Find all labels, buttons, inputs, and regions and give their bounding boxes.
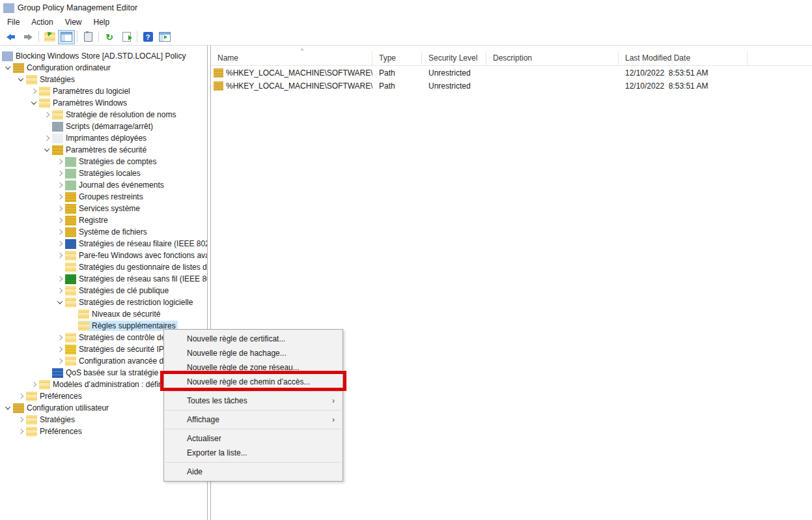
chevron-right-icon[interactable] (55, 242, 65, 246)
help-icon: ? (143, 32, 153, 42)
menu-item-new-path-rule[interactable]: Nouvelle règle de chemin d’accès... (164, 375, 343, 389)
chevron-right-icon[interactable] (55, 218, 65, 222)
chevron-right-icon[interactable] (16, 394, 26, 398)
table-row[interactable]: %HKEY_LOCAL_MACHINE\SOFTWARE\... Path Un… (211, 66, 812, 79)
printer-icon (52, 134, 63, 143)
menu-item-new-hash-rule[interactable]: Nouvelle règle de hachage... (164, 346, 343, 360)
menu-separator (165, 462, 341, 463)
chevron-right-icon[interactable] (55, 195, 65, 199)
chevron-right-icon[interactable] (29, 89, 39, 93)
tree-item-public-key[interactable]: Stratégies de clé publique (0, 285, 207, 296)
tree-item-scripts[interactable]: Scripts (démarrage/arrêt) (0, 121, 207, 132)
menu-item-new-certificate-rule[interactable]: Nouvelle règle de certificat... (164, 332, 343, 346)
toolbar: ↻ ? (0, 29, 812, 46)
menu-item-help[interactable]: Aide (164, 465, 343, 479)
back-icon (7, 34, 16, 40)
export-list-button[interactable] (118, 30, 135, 44)
chevron-right-icon[interactable] (29, 383, 39, 386)
tree-item-strategies[interactable]: Stratégies (0, 74, 207, 85)
help-button[interactable]: ? (139, 30, 156, 44)
chevron-right-icon[interactable] (55, 207, 65, 210)
menu-bar: File Action View Help (0, 16, 812, 29)
chevron-right-icon[interactable] (55, 359, 65, 363)
table-row[interactable]: %HKEY_LOCAL_MACHINE\SOFTWARE\... Path Un… (211, 79, 812, 92)
chevron-down-icon[interactable] (29, 101, 39, 105)
chevron-down-icon[interactable] (16, 78, 26, 81)
chevron-down-icon[interactable] (3, 66, 13, 70)
tree-item-software-restriction[interactable]: Stratégies de restriction logicielle (0, 296, 207, 308)
chevron-right-icon[interactable] (55, 253, 65, 257)
show-hide-console-tree-button[interactable] (58, 30, 75, 44)
column-header-last-modified[interactable]: Last Modified Date (619, 51, 748, 65)
tree-item-security-levels[interactable]: Niveaux de sécurité (0, 308, 207, 320)
chevron-right-icon[interactable] (55, 230, 65, 234)
menu-view[interactable]: View (59, 16, 88, 28)
chevron-right-icon[interactable] (16, 418, 26, 422)
show-hide-action-pane-button[interactable] (156, 30, 173, 44)
tree-item-computer-configuration[interactable]: Configuration ordinateur (0, 62, 207, 74)
chevron-right-icon[interactable] (55, 183, 65, 187)
tree-item-wired-network[interactable]: Stratégies de réseau filaire (IEEE 802.3… (0, 238, 207, 250)
chevron-right-icon[interactable] (16, 429, 26, 433)
chevron-right-icon[interactable] (55, 347, 65, 351)
column-header-security-level[interactable]: Security Level (422, 51, 486, 65)
menu-item-all-tasks[interactable]: Toutes les tâches› (164, 394, 343, 408)
chevron-right-icon[interactable] (55, 336, 65, 339)
chevron-right-icon[interactable] (55, 277, 65, 281)
properties-button[interactable] (79, 30, 96, 44)
policy-table-icon (65, 157, 76, 167)
column-header-description[interactable]: Description (486, 51, 619, 65)
policy-table-icon (65, 169, 76, 179)
chevron-down-icon[interactable] (55, 300, 65, 304)
toolbar-separator (38, 31, 39, 42)
chevron-down-icon[interactable] (3, 406, 13, 410)
up-one-level-icon (44, 32, 55, 42)
chevron-right-icon[interactable] (42, 113, 52, 117)
folder-icon (52, 110, 63, 120)
up-one-level-button[interactable] (41, 30, 58, 44)
chevron-right-icon[interactable] (55, 171, 65, 175)
wired-network-icon (65, 239, 76, 249)
app-icon (3, 3, 14, 13)
menu-item-refresh[interactable]: Actualiser (164, 431, 343, 446)
menu-item-export-list[interactable]: Exporter la liste... (164, 446, 343, 460)
tree-item-network-list-manager[interactable]: Stratégies du gestionnaire de listes de … (0, 261, 207, 273)
menu-action[interactable]: Action (25, 16, 59, 28)
tree-item-event-log[interactable]: Journal des événements (0, 179, 207, 191)
tree-item-registry[interactable]: Registre (0, 214, 207, 226)
menu-file[interactable]: File (1, 16, 25, 28)
tree-item-local-policies[interactable]: Stratégies locales (0, 167, 207, 179)
tree-item-software-settings[interactable]: Paramètres du logiciel (0, 85, 207, 97)
forward-button[interactable] (20, 30, 36, 44)
chevron-right-icon[interactable] (55, 289, 65, 293)
tree-item-deployed-printers[interactable]: Imprimantes déployées (0, 132, 207, 144)
list-header: ^ Name Type Security Level Description L… (211, 51, 812, 66)
folder-icon (26, 415, 37, 425)
tree-item-system-services[interactable]: Services système (0, 203, 207, 214)
tree-item-name-resolution[interactable]: Stratégie de résolution de noms (0, 109, 207, 121)
chevron-down-icon[interactable] (42, 148, 52, 152)
ip-security-icon (65, 345, 76, 354)
folder-icon (78, 321, 89, 331)
menu-separator (165, 410, 341, 411)
menu-item-view[interactable]: Affichage› (164, 412, 343, 427)
chevron-right-icon[interactable] (55, 160, 65, 164)
tree-item-file-system[interactable]: Système de fichiers (0, 226, 207, 238)
column-header-name[interactable]: Name (211, 51, 372, 65)
tree-item-windows-settings[interactable]: Paramètres Windows (0, 97, 207, 109)
folder-icon (26, 427, 37, 437)
folder-icon (65, 263, 76, 272)
menu-item-new-network-zone-rule[interactable]: Nouvelle règle de zone réseau... (164, 360, 343, 375)
back-button[interactable] (3, 30, 20, 44)
tree-item-windows-firewall[interactable]: Pare-feu Windows avec fonctions avan (0, 250, 207, 261)
chevron-right-icon[interactable] (42, 136, 52, 140)
tree-item-account-policies[interactable]: Stratégies de comptes (0, 156, 207, 167)
folder-icon (65, 286, 76, 296)
refresh-button[interactable]: ↻ (101, 30, 118, 44)
tree-item-security-settings[interactable]: Paramètres de sécurité (0, 144, 207, 156)
menu-help[interactable]: Help (88, 16, 116, 28)
tree-item-wireless-network[interactable]: Stratégies de réseau sans fil (IEEE 802.… (0, 273, 207, 285)
tree-item-restricted-groups[interactable]: Groupes restreints (0, 191, 207, 203)
tree-item-root[interactable]: Blocking Windows Store [AD.STD.LOCAL] Po… (0, 50, 207, 62)
column-header-type[interactable]: Type (372, 51, 422, 65)
